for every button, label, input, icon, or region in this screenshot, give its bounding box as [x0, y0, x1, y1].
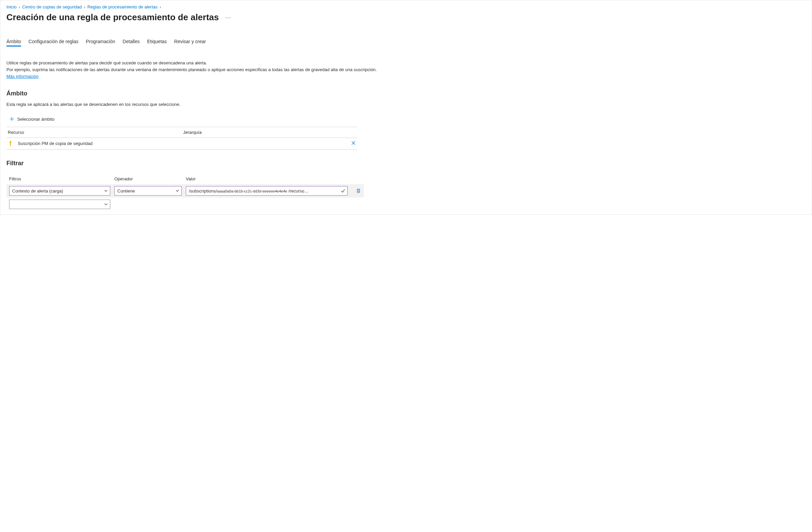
filter-row: Contexto de alerta (carga) Contiene /sub…: [6, 184, 364, 197]
breadcrumb-item-alert-rules[interactable]: Reglas de procesamiento de alertas: [87, 4, 158, 10]
tabs: Ámbito Configuración de reglas Programac…: [6, 37, 806, 46]
chevron-down-icon: [104, 189, 108, 193]
col-operator: Operador: [114, 176, 182, 181]
check-icon: [340, 189, 345, 193]
key-icon: [8, 141, 13, 146]
breadcrumb-item-backup-center[interactable]: Centro de copias de seguridad: [22, 4, 82, 10]
filter-operator-select[interactable]: Contiene: [114, 186, 182, 195]
breadcrumb-item-home[interactable]: Inicio: [6, 4, 16, 10]
tab-schedule[interactable]: Programación: [86, 37, 115, 46]
filter-header: Filtros Operador Valor: [6, 176, 364, 184]
col-filters: Filtros: [9, 176, 110, 181]
description-text: Utilice reglas de procesamiento de alert…: [6, 60, 377, 80]
filter-type-select-empty[interactable]: [9, 200, 110, 209]
chevron-down-icon: [104, 202, 108, 206]
tab-details[interactable]: Detalles: [123, 37, 140, 46]
filter-type-select[interactable]: Contexto de alerta (carga): [9, 186, 110, 195]
delete-filter-button[interactable]: [352, 188, 365, 193]
chevron-down-icon: [175, 189, 179, 193]
page-title: Creación de una regla de procesamiento d…: [6, 12, 219, 23]
filter-heading: Filtrar: [6, 160, 806, 167]
learn-more-link[interactable]: Más información: [6, 74, 39, 79]
scope-row-name: Suscripción PM de copia de seguridad: [18, 141, 93, 146]
col-hierarchy: Jerarquía: [182, 127, 345, 138]
description-line1: Utilice reglas de procesamiento de alert…: [6, 60, 377, 66]
close-icon: [351, 141, 356, 145]
description-line2: Por ejemplo, suprima las notificaciones …: [6, 66, 377, 80]
tab-tags[interactable]: Etiquetas: [147, 37, 166, 46]
scope-heading: Ámbito: [6, 90, 806, 97]
remove-scope-button[interactable]: [351, 141, 356, 146]
col-value: Valor: [186, 176, 348, 181]
scope-table: Recurso Jerarquía Suscripción PM de copi…: [6, 127, 357, 150]
col-resource: Recurso: [6, 127, 182, 138]
breadcrumb: Inicio › Centro de copias de seguridad ›…: [6, 4, 806, 12]
plus-icon: [9, 116, 14, 122]
more-actions-button[interactable]: ⋯: [223, 13, 233, 23]
select-scope-button[interactable]: Seleccionar ámbito: [6, 116, 55, 122]
tab-rules-config[interactable]: Configuración de reglas: [29, 37, 78, 46]
filter-value-input[interactable]: /subscriptions/aaaa0a0a-bb1b-cc2c-dd3d-e…: [186, 186, 348, 195]
chevron-right-icon: ›: [160, 4, 161, 10]
tab-review[interactable]: Revisar y crear: [174, 37, 206, 46]
chevron-right-icon: ›: [84, 4, 85, 10]
chevron-right-icon: ›: [18, 4, 20, 10]
trash-icon: [356, 188, 361, 193]
select-scope-label: Seleccionar ámbito: [17, 117, 55, 122]
tab-scope[interactable]: Ámbito: [6, 37, 21, 46]
scope-subdesc: Esta regla se aplicará a las alertas que…: [6, 102, 806, 107]
scope-row: Suscripción PM de copia de seguridad: [6, 138, 357, 150]
filter-row-empty: [6, 197, 364, 211]
